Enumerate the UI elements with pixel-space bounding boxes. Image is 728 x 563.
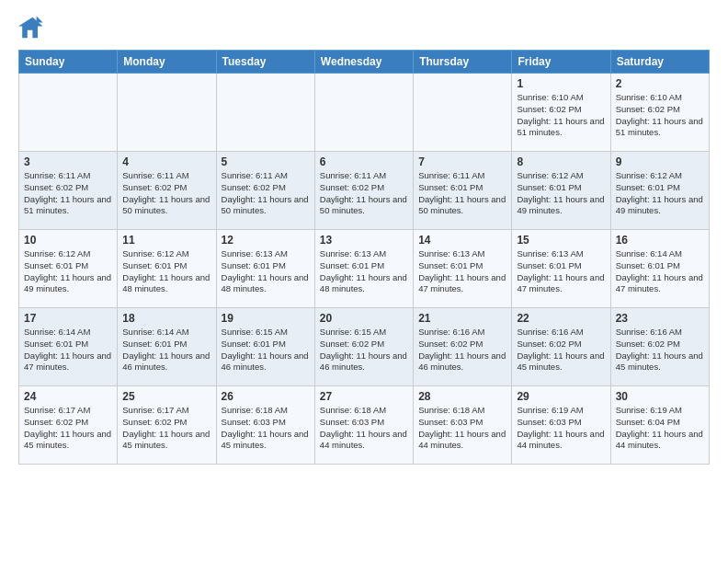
calendar-cell: 24Sunrise: 6:17 AMSunset: 6:02 PMDayligh…: [19, 386, 118, 465]
cell-text: Sunrise: 6:13 AM: [320, 248, 408, 260]
calendar-cell: 1Sunrise: 6:10 AMSunset: 6:02 PMDaylight…: [512, 74, 610, 152]
cell-text: Sunset: 6:01 PM: [616, 260, 704, 272]
calendar-cell: 18Sunrise: 6:14 AMSunset: 6:01 PMDayligh…: [118, 308, 216, 386]
calendar-week-row: 17Sunrise: 6:14 AMSunset: 6:01 PMDayligh…: [19, 308, 710, 386]
cell-text: Sunset: 6:01 PM: [222, 339, 310, 350]
day-number: 29: [517, 390, 605, 403]
cell-text: Sunrise: 6:18 AM: [418, 405, 506, 417]
cell-text: Sunrise: 6:16 AM: [616, 327, 704, 339]
cell-text: Sunset: 6:02 PM: [616, 104, 704, 116]
page: SundayMondayTuesdayWednesdayThursdayFrid…: [0, 0, 728, 474]
cell-text: Sunset: 6:01 PM: [418, 260, 506, 272]
cell-text: Sunset: 6:03 PM: [222, 417, 310, 429]
logo: [18, 15, 48, 40]
cell-text: Sunset: 6:01 PM: [24, 260, 112, 272]
cell-text: Sunset: 6:02 PM: [320, 339, 408, 350]
cell-text: Sunset: 6:02 PM: [616, 339, 704, 350]
calendar-header-row: SundayMondayTuesdayWednesdayThursdayFrid…: [19, 51, 710, 74]
cell-text: Sunrise: 6:16 AM: [517, 327, 605, 339]
cell-text: Sunset: 6:01 PM: [24, 339, 112, 350]
cell-text: Sunset: 6:01 PM: [222, 260, 310, 272]
cell-text: Sunset: 6:01 PM: [122, 260, 210, 272]
day-number: 8: [517, 155, 605, 168]
cell-text: Sunset: 6:02 PM: [418, 339, 506, 350]
cell-text: Sunset: 6:02 PM: [517, 104, 605, 116]
cell-text: Daylight: 11 hours and 46 minutes.: [122, 350, 210, 374]
calendar-week-row: 10Sunrise: 6:12 AMSunset: 6:01 PMDayligh…: [19, 230, 710, 308]
cell-text: Sunset: 6:04 PM: [616, 417, 704, 429]
cell-text: Sunrise: 6:12 AM: [616, 170, 704, 182]
cell-text: Daylight: 11 hours and 51 minutes.: [616, 116, 704, 140]
calendar-cell: 29Sunrise: 6:19 AMSunset: 6:03 PMDayligh…: [512, 386, 610, 465]
calendar-cell: [19, 74, 118, 152]
cell-text: Sunset: 6:01 PM: [320, 260, 408, 272]
cell-text: Daylight: 11 hours and 48 minutes.: [222, 272, 310, 296]
calendar-cell: [216, 74, 314, 152]
day-number: 11: [122, 234, 210, 247]
day-number: 2: [616, 77, 704, 90]
cell-text: Daylight: 11 hours and 47 minutes.: [418, 272, 506, 296]
cell-text: Sunset: 6:02 PM: [122, 417, 210, 429]
calendar-cell: 2Sunrise: 6:10 AMSunset: 6:02 PMDaylight…: [610, 74, 709, 152]
day-number: 28: [418, 390, 506, 403]
day-number: 12: [222, 234, 310, 247]
cell-text: Daylight: 11 hours and 46 minutes.: [418, 350, 506, 374]
cell-text: Sunrise: 6:14 AM: [122, 327, 210, 339]
day-number: 13: [320, 234, 408, 247]
cell-text: Sunset: 6:03 PM: [418, 417, 506, 429]
svg-marker-1: [37, 16, 43, 22]
cell-text: Sunset: 6:01 PM: [616, 182, 704, 194]
calendar-cell: 22Sunrise: 6:16 AMSunset: 6:02 PMDayligh…: [512, 308, 610, 386]
cell-text: Sunrise: 6:13 AM: [418, 248, 506, 260]
calendar-cell: 8Sunrise: 6:12 AMSunset: 6:01 PMDaylight…: [512, 152, 610, 230]
day-number: 19: [222, 312, 310, 325]
day-number: 1: [517, 77, 605, 90]
day-header-monday: Monday: [118, 51, 216, 74]
day-header-friday: Friday: [512, 51, 610, 74]
day-number: 16: [616, 234, 704, 247]
calendar-week-row: 1Sunrise: 6:10 AMSunset: 6:02 PMDaylight…: [19, 74, 710, 152]
cell-text: Sunrise: 6:19 AM: [616, 405, 704, 417]
calendar-cell: [414, 74, 512, 152]
calendar-cell: 6Sunrise: 6:11 AMSunset: 6:02 PMDaylight…: [314, 152, 413, 230]
cell-text: Daylight: 11 hours and 44 minutes.: [320, 429, 408, 453]
cell-text: Sunrise: 6:15 AM: [320, 327, 408, 339]
cell-text: Daylight: 11 hours and 51 minutes.: [517, 116, 605, 140]
day-number: 23: [616, 312, 704, 325]
calendar-cell: 25Sunrise: 6:17 AMSunset: 6:02 PMDayligh…: [118, 386, 216, 465]
day-header-tuesday: Tuesday: [216, 51, 314, 74]
cell-text: Sunset: 6:03 PM: [517, 417, 605, 429]
cell-text: Daylight: 11 hours and 49 minutes.: [517, 194, 605, 218]
day-number: 10: [24, 234, 112, 247]
calendar-cell: 11Sunrise: 6:12 AMSunset: 6:01 PMDayligh…: [118, 230, 216, 308]
calendar-cell: 27Sunrise: 6:18 AMSunset: 6:03 PMDayligh…: [314, 386, 413, 465]
calendar-cell: 13Sunrise: 6:13 AMSunset: 6:01 PMDayligh…: [314, 230, 413, 308]
day-number: 30: [616, 390, 704, 403]
cell-text: Daylight: 11 hours and 50 minutes.: [122, 194, 210, 218]
cell-text: Sunrise: 6:13 AM: [222, 248, 310, 260]
calendar-cell: 10Sunrise: 6:12 AMSunset: 6:01 PMDayligh…: [19, 230, 118, 308]
cell-text: Daylight: 11 hours and 45 minutes.: [616, 350, 704, 374]
calendar-cell: 19Sunrise: 6:15 AMSunset: 6:01 PMDayligh…: [216, 308, 314, 386]
day-number: 27: [320, 390, 408, 403]
cell-text: Daylight: 11 hours and 44 minutes.: [517, 429, 605, 453]
day-number: 9: [616, 155, 704, 168]
calendar-cell: 3Sunrise: 6:11 AMSunset: 6:02 PMDaylight…: [19, 152, 118, 230]
calendar-table: SundayMondayTuesdayWednesdayThursdayFrid…: [18, 50, 710, 465]
day-number: 26: [222, 390, 310, 403]
cell-text: Daylight: 11 hours and 45 minutes.: [122, 429, 210, 453]
cell-text: Daylight: 11 hours and 51 minutes.: [24, 194, 112, 218]
cell-text: Daylight: 11 hours and 50 minutes.: [320, 194, 408, 218]
cell-text: Daylight: 11 hours and 49 minutes.: [616, 194, 704, 218]
day-number: 7: [418, 155, 506, 168]
cell-text: Sunrise: 6:17 AM: [122, 405, 210, 417]
day-number: 21: [418, 312, 506, 325]
cell-text: Sunrise: 6:18 AM: [320, 405, 408, 417]
cell-text: Sunrise: 6:14 AM: [616, 248, 704, 260]
cell-text: Sunset: 6:02 PM: [517, 339, 605, 350]
cell-text: Sunset: 6:01 PM: [517, 182, 605, 194]
day-number: 17: [24, 312, 112, 325]
calendar-cell: 20Sunrise: 6:15 AMSunset: 6:02 PMDayligh…: [314, 308, 413, 386]
cell-text: Daylight: 11 hours and 45 minutes.: [517, 350, 605, 374]
cell-text: Sunrise: 6:12 AM: [122, 248, 210, 260]
